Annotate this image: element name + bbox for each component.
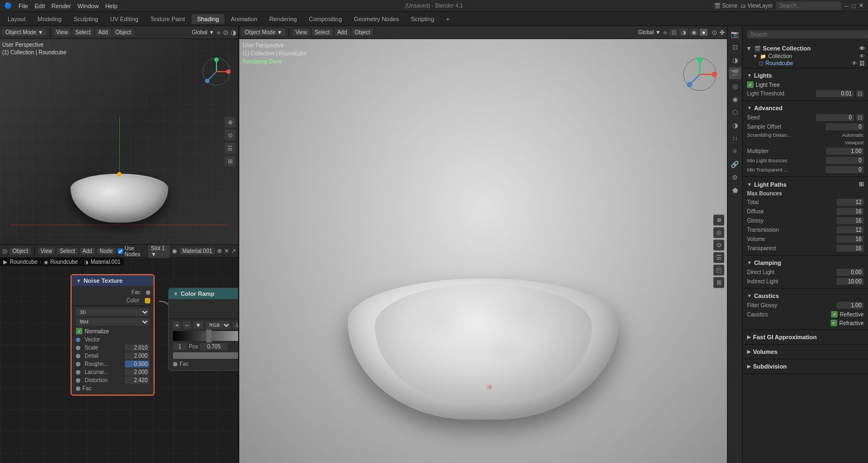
bc-roundcube-1[interactable]: Roundcube bbox=[10, 259, 37, 265]
tab-layout[interactable]: Layout bbox=[2, 14, 31, 24]
light-paths-header[interactable]: ▼ Light Paths ⊞ bbox=[743, 179, 868, 189]
noise-dim-select[interactable]: 3D4D bbox=[76, 308, 149, 316]
material-name[interactable]: Material.001 bbox=[180, 248, 215, 255]
material-browse-icon[interactable]: ↗ bbox=[231, 248, 236, 255]
node-select-menu[interactable]: Select bbox=[57, 248, 78, 255]
noise-lacunarity-input[interactable]: 2.000 bbox=[125, 369, 149, 376]
prop-output-icon[interactable]: ⊡ bbox=[729, 41, 741, 53]
prop-particles-icon[interactable]: ∷ bbox=[729, 132, 741, 144]
tab-texture-paint[interactable]: Texture Paint bbox=[145, 14, 190, 24]
small-3d-viewport[interactable]: Object Mode ▼ View Select Add Object Glo… bbox=[0, 26, 238, 244]
noise-detail-socket[interactable] bbox=[76, 354, 80, 358]
select-menu[interactable]: Select bbox=[73, 29, 93, 36]
tab-sculpting[interactable]: Sculpting bbox=[68, 14, 104, 24]
ramp-stop-index[interactable] bbox=[173, 343, 187, 350]
menu-edit[interactable]: Edit bbox=[35, 3, 45, 9]
noise-scale-input[interactable]: 2.010 bbox=[125, 344, 149, 351]
light-threshold-rng[interactable]: ⊡ bbox=[856, 90, 864, 97]
noise-fac-in-socket[interactable] bbox=[76, 386, 80, 391]
shading-rendered[interactable]: ● bbox=[700, 29, 707, 36]
render-icon-5[interactable]: ◰ bbox=[713, 264, 724, 275]
filter-glossy-input[interactable]: 1.00 bbox=[837, 302, 864, 309]
light-threshold-input[interactable]: 0.01 bbox=[816, 90, 854, 97]
seed-random[interactable]: ⊡ bbox=[856, 114, 864, 121]
tab-uv-editing[interactable]: UV Editing bbox=[105, 14, 144, 24]
noise-distortion-socket[interactable] bbox=[76, 378, 80, 383]
tab-rendering[interactable]: Rendering bbox=[264, 14, 302, 24]
roundcube-render-vis[interactable]: 🖼 bbox=[859, 60, 865, 66]
min-light-input[interactable]: 0 bbox=[826, 157, 864, 164]
total-input[interactable]: 12 bbox=[837, 199, 864, 206]
node-view-menu[interactable]: View bbox=[38, 248, 55, 255]
collection-vis[interactable]: 👁 bbox=[859, 53, 865, 59]
render-icon-2[interactable]: ◎ bbox=[713, 227, 724, 238]
tab-add[interactable]: + bbox=[441, 14, 455, 24]
menu-file[interactable]: File bbox=[18, 3, 28, 9]
roundcube-label[interactable]: Roundcube bbox=[765, 60, 793, 66]
noise-color-socket[interactable] bbox=[145, 298, 150, 303]
prop-object-icon[interactable]: ◉ bbox=[729, 93, 741, 105]
viewport-snap-icon[interactable]: ⟡ bbox=[216, 29, 221, 36]
viewport-mode-dropdown[interactable]: Object Mode ▼ bbox=[2, 29, 47, 36]
render-overlay-btn[interactable]: ⊙ bbox=[712, 29, 717, 36]
prop-view-icon[interactable]: ◑ bbox=[729, 54, 741, 66]
direct-light-input[interactable]: 0.00 bbox=[837, 269, 864, 276]
render-icon-3[interactable]: ⊙ bbox=[713, 239, 724, 250]
material-new-icon[interactable]: ⊕ bbox=[217, 248, 222, 255]
noise-basis-select[interactable]: fBMMultifractal bbox=[76, 318, 149, 326]
seed-input[interactable]: 0 bbox=[816, 114, 854, 121]
render-object-menu[interactable]: Object bbox=[352, 29, 373, 36]
top-search[interactable] bbox=[776, 2, 841, 10]
transparent-input[interactable]: 16 bbox=[837, 245, 864, 252]
diffuse-input[interactable]: 16 bbox=[837, 208, 864, 215]
caustics-header[interactable]: ▼ Caustics bbox=[743, 291, 868, 301]
win-maximize[interactable]: □ bbox=[852, 3, 856, 9]
scrambling-viewport[interactable]: Viewport bbox=[845, 140, 864, 145]
win-close[interactable]: ✕ bbox=[859, 2, 864, 9]
menu-help[interactable]: Help bbox=[105, 3, 118, 9]
noise-distortion-input[interactable]: 2.420 bbox=[125, 377, 149, 384]
noise-normalize-checkbox[interactable]: ✓ bbox=[76, 328, 82, 334]
grab-icon[interactable]: ☰ bbox=[225, 143, 235, 154]
collection-arrow[interactable]: ▼ bbox=[752, 53, 758, 59]
volumes-header[interactable]: ▶ Volumes bbox=[743, 347, 868, 357]
prop-physics-icon[interactable]: ⚛ bbox=[729, 145, 741, 157]
tab-geometry-nodes[interactable]: Geometry Nodes bbox=[348, 14, 404, 24]
render-global-btn[interactable]: Global ▼ bbox=[638, 29, 661, 35]
viewport-shading-icon[interactable]: ◑ bbox=[231, 29, 236, 36]
prop-material-icon[interactable]: ◑ bbox=[729, 119, 741, 131]
ramp-pos-val[interactable]: 0.705 bbox=[200, 343, 227, 350]
ramp-color-mode[interactable]: RGBHSVHSL bbox=[206, 321, 231, 329]
noise-lacunarity-socket[interactable] bbox=[76, 370, 80, 375]
prop-render-icon[interactable]: 📷 bbox=[729, 28, 741, 40]
render-add-menu[interactable]: Add bbox=[335, 29, 350, 36]
ramp-fac-socket[interactable] bbox=[173, 362, 177, 366]
viewport-overlay-icon[interactable]: ⊙ bbox=[223, 29, 228, 36]
prop-vgroup-icon[interactable]: ⬟ bbox=[729, 185, 741, 196]
prop-scene-icon[interactable]: 🎬 bbox=[729, 67, 741, 79]
ramp-interpolation[interactable]: LinearEaseB-Spline bbox=[233, 321, 238, 329]
scene-collection-visibility[interactable]: 👁 bbox=[859, 46, 865, 52]
transmission-input[interactable]: 12 bbox=[837, 226, 864, 233]
noise-roughness-input[interactable]: 0.500 bbox=[125, 360, 149, 367]
ramp-move-left[interactable]: ▼ bbox=[193, 321, 203, 329]
render-select-menu[interactable]: Select bbox=[312, 29, 333, 36]
tab-shading[interactable]: Shading bbox=[192, 14, 224, 24]
subdivision-header[interactable]: ▶ Subdivision bbox=[743, 361, 868, 371]
scrambling-auto[interactable]: Automatic bbox=[842, 132, 864, 138]
roundcube-vis[interactable]: 👁 bbox=[852, 60, 857, 66]
tab-animation[interactable]: Animation bbox=[226, 14, 263, 24]
light-paths-extra[interactable]: ⊞ bbox=[859, 181, 864, 188]
ramp-remove-stop[interactable]: − bbox=[183, 321, 190, 329]
indirect-light-input[interactable]: 10.00 bbox=[837, 278, 864, 285]
tab-compositing[interactable]: Compositing bbox=[303, 14, 347, 24]
fast-gi-header[interactable]: ▶ Fast GI Approximation bbox=[743, 332, 868, 342]
props-search[interactable] bbox=[747, 30, 868, 39]
node-node-menu[interactable]: Node bbox=[97, 248, 116, 255]
node-add-menu[interactable]: Add bbox=[80, 248, 95, 255]
prop-world-icon[interactable]: ◎ bbox=[729, 80, 741, 92]
bc-material[interactable]: Material.001 bbox=[91, 259, 120, 265]
noise-vector-socket[interactable] bbox=[76, 338, 80, 342]
shading-wire[interactable]: ⊡ bbox=[669, 29, 678, 36]
shading-solid[interactable]: ◑ bbox=[679, 29, 688, 36]
